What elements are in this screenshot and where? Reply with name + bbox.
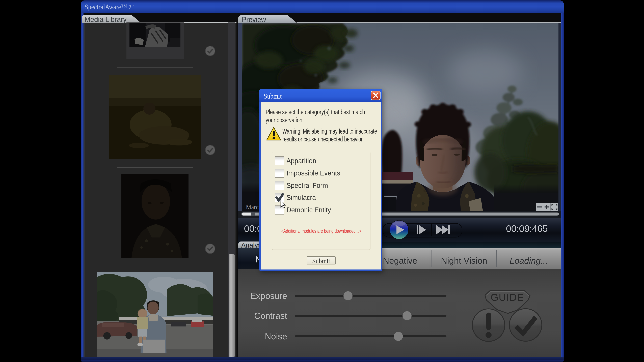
svg-text:GUIDE: GUIDE [490,292,524,303]
